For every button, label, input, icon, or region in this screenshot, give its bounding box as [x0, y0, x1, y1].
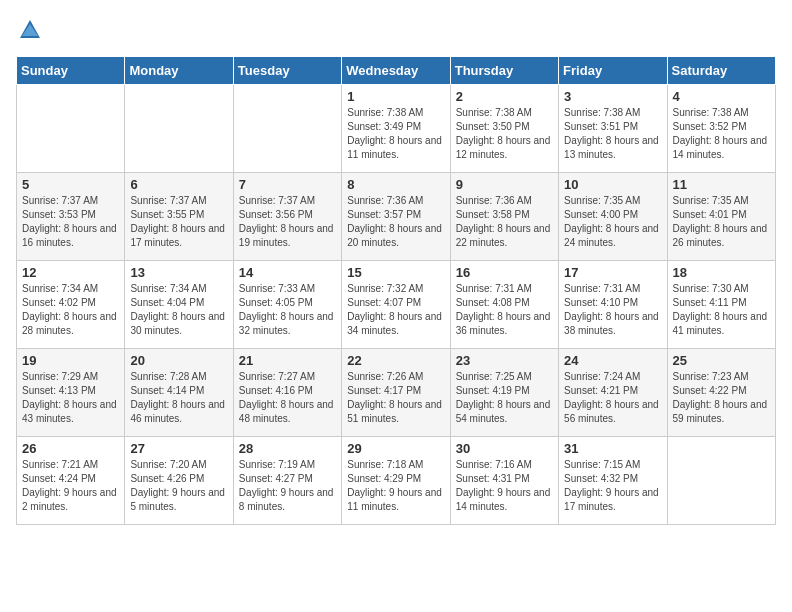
calendar-cell: 11Sunrise: 7:35 AM Sunset: 4:01 PM Dayli… [667, 173, 775, 261]
calendar-week-row: 1Sunrise: 7:38 AM Sunset: 3:49 PM Daylig… [17, 85, 776, 173]
day-info: Sunrise: 7:21 AM Sunset: 4:24 PM Dayligh… [22, 458, 119, 514]
day-number: 28 [239, 441, 336, 456]
day-info: Sunrise: 7:20 AM Sunset: 4:26 PM Dayligh… [130, 458, 227, 514]
day-number: 19 [22, 353, 119, 368]
calendar-cell: 30Sunrise: 7:16 AM Sunset: 4:31 PM Dayli… [450, 437, 558, 525]
day-number: 30 [456, 441, 553, 456]
day-number: 29 [347, 441, 444, 456]
calendar-cell: 2Sunrise: 7:38 AM Sunset: 3:50 PM Daylig… [450, 85, 558, 173]
calendar-cell: 10Sunrise: 7:35 AM Sunset: 4:00 PM Dayli… [559, 173, 667, 261]
day-number: 8 [347, 177, 444, 192]
weekday-header-saturday: Saturday [667, 57, 775, 85]
day-info: Sunrise: 7:32 AM Sunset: 4:07 PM Dayligh… [347, 282, 444, 338]
calendar-cell: 19Sunrise: 7:29 AM Sunset: 4:13 PM Dayli… [17, 349, 125, 437]
day-number: 7 [239, 177, 336, 192]
day-number: 12 [22, 265, 119, 280]
day-number: 4 [673, 89, 770, 104]
day-info: Sunrise: 7:33 AM Sunset: 4:05 PM Dayligh… [239, 282, 336, 338]
day-info: Sunrise: 7:38 AM Sunset: 3:51 PM Dayligh… [564, 106, 661, 162]
day-info: Sunrise: 7:26 AM Sunset: 4:17 PM Dayligh… [347, 370, 444, 426]
weekday-header-thursday: Thursday [450, 57, 558, 85]
day-number: 26 [22, 441, 119, 456]
day-number: 22 [347, 353, 444, 368]
calendar-cell [667, 437, 775, 525]
day-info: Sunrise: 7:34 AM Sunset: 4:04 PM Dayligh… [130, 282, 227, 338]
day-info: Sunrise: 7:31 AM Sunset: 4:10 PM Dayligh… [564, 282, 661, 338]
day-info: Sunrise: 7:19 AM Sunset: 4:27 PM Dayligh… [239, 458, 336, 514]
calendar-cell [233, 85, 341, 173]
calendar-week-row: 19Sunrise: 7:29 AM Sunset: 4:13 PM Dayli… [17, 349, 776, 437]
weekday-header-monday: Monday [125, 57, 233, 85]
calendar-cell: 4Sunrise: 7:38 AM Sunset: 3:52 PM Daylig… [667, 85, 775, 173]
day-info: Sunrise: 7:27 AM Sunset: 4:16 PM Dayligh… [239, 370, 336, 426]
day-number: 16 [456, 265, 553, 280]
day-number: 13 [130, 265, 227, 280]
day-info: Sunrise: 7:29 AM Sunset: 4:13 PM Dayligh… [22, 370, 119, 426]
day-number: 17 [564, 265, 661, 280]
calendar-cell: 25Sunrise: 7:23 AM Sunset: 4:22 PM Dayli… [667, 349, 775, 437]
day-number: 24 [564, 353, 661, 368]
page-header [16, 16, 776, 44]
calendar-cell: 9Sunrise: 7:36 AM Sunset: 3:58 PM Daylig… [450, 173, 558, 261]
day-number: 10 [564, 177, 661, 192]
calendar-cell: 21Sunrise: 7:27 AM Sunset: 4:16 PM Dayli… [233, 349, 341, 437]
calendar-cell: 14Sunrise: 7:33 AM Sunset: 4:05 PM Dayli… [233, 261, 341, 349]
day-number: 14 [239, 265, 336, 280]
calendar-cell: 28Sunrise: 7:19 AM Sunset: 4:27 PM Dayli… [233, 437, 341, 525]
calendar-cell [17, 85, 125, 173]
calendar-cell: 1Sunrise: 7:38 AM Sunset: 3:49 PM Daylig… [342, 85, 450, 173]
calendar-cell: 12Sunrise: 7:34 AM Sunset: 4:02 PM Dayli… [17, 261, 125, 349]
calendar-cell: 27Sunrise: 7:20 AM Sunset: 4:26 PM Dayli… [125, 437, 233, 525]
calendar-cell [125, 85, 233, 173]
day-info: Sunrise: 7:35 AM Sunset: 4:00 PM Dayligh… [564, 194, 661, 250]
day-info: Sunrise: 7:38 AM Sunset: 3:49 PM Dayligh… [347, 106, 444, 162]
day-info: Sunrise: 7:25 AM Sunset: 4:19 PM Dayligh… [456, 370, 553, 426]
weekday-header-tuesday: Tuesday [233, 57, 341, 85]
calendar-cell: 24Sunrise: 7:24 AM Sunset: 4:21 PM Dayli… [559, 349, 667, 437]
day-number: 6 [130, 177, 227, 192]
day-number: 5 [22, 177, 119, 192]
calendar-cell: 22Sunrise: 7:26 AM Sunset: 4:17 PM Dayli… [342, 349, 450, 437]
calendar-cell: 31Sunrise: 7:15 AM Sunset: 4:32 PM Dayli… [559, 437, 667, 525]
calendar-cell: 5Sunrise: 7:37 AM Sunset: 3:53 PM Daylig… [17, 173, 125, 261]
day-number: 11 [673, 177, 770, 192]
day-info: Sunrise: 7:30 AM Sunset: 4:11 PM Dayligh… [673, 282, 770, 338]
calendar-cell: 6Sunrise: 7:37 AM Sunset: 3:55 PM Daylig… [125, 173, 233, 261]
day-number: 25 [673, 353, 770, 368]
calendar-cell: 26Sunrise: 7:21 AM Sunset: 4:24 PM Dayli… [17, 437, 125, 525]
calendar-cell: 20Sunrise: 7:28 AM Sunset: 4:14 PM Dayli… [125, 349, 233, 437]
weekday-header-row: SundayMondayTuesdayWednesdayThursdayFrid… [17, 57, 776, 85]
day-info: Sunrise: 7:31 AM Sunset: 4:08 PM Dayligh… [456, 282, 553, 338]
calendar-cell: 3Sunrise: 7:38 AM Sunset: 3:51 PM Daylig… [559, 85, 667, 173]
day-number: 1 [347, 89, 444, 104]
calendar-week-row: 26Sunrise: 7:21 AM Sunset: 4:24 PM Dayli… [17, 437, 776, 525]
calendar-week-row: 5Sunrise: 7:37 AM Sunset: 3:53 PM Daylig… [17, 173, 776, 261]
calendar-week-row: 12Sunrise: 7:34 AM Sunset: 4:02 PM Dayli… [17, 261, 776, 349]
day-info: Sunrise: 7:38 AM Sunset: 3:52 PM Dayligh… [673, 106, 770, 162]
svg-marker-1 [22, 24, 38, 36]
day-info: Sunrise: 7:24 AM Sunset: 4:21 PM Dayligh… [564, 370, 661, 426]
logo-icon [16, 16, 44, 44]
day-info: Sunrise: 7:34 AM Sunset: 4:02 PM Dayligh… [22, 282, 119, 338]
day-info: Sunrise: 7:36 AM Sunset: 3:57 PM Dayligh… [347, 194, 444, 250]
calendar-cell: 15Sunrise: 7:32 AM Sunset: 4:07 PM Dayli… [342, 261, 450, 349]
day-info: Sunrise: 7:37 AM Sunset: 3:53 PM Dayligh… [22, 194, 119, 250]
day-number: 15 [347, 265, 444, 280]
day-number: 3 [564, 89, 661, 104]
day-info: Sunrise: 7:16 AM Sunset: 4:31 PM Dayligh… [456, 458, 553, 514]
calendar-cell: 13Sunrise: 7:34 AM Sunset: 4:04 PM Dayli… [125, 261, 233, 349]
day-number: 9 [456, 177, 553, 192]
day-info: Sunrise: 7:15 AM Sunset: 4:32 PM Dayligh… [564, 458, 661, 514]
day-number: 31 [564, 441, 661, 456]
logo [16, 16, 48, 44]
weekday-header-wednesday: Wednesday [342, 57, 450, 85]
day-info: Sunrise: 7:37 AM Sunset: 3:55 PM Dayligh… [130, 194, 227, 250]
day-number: 27 [130, 441, 227, 456]
day-info: Sunrise: 7:38 AM Sunset: 3:50 PM Dayligh… [456, 106, 553, 162]
day-number: 21 [239, 353, 336, 368]
day-info: Sunrise: 7:35 AM Sunset: 4:01 PM Dayligh… [673, 194, 770, 250]
day-number: 18 [673, 265, 770, 280]
calendar-cell: 23Sunrise: 7:25 AM Sunset: 4:19 PM Dayli… [450, 349, 558, 437]
day-number: 23 [456, 353, 553, 368]
calendar-cell: 16Sunrise: 7:31 AM Sunset: 4:08 PM Dayli… [450, 261, 558, 349]
